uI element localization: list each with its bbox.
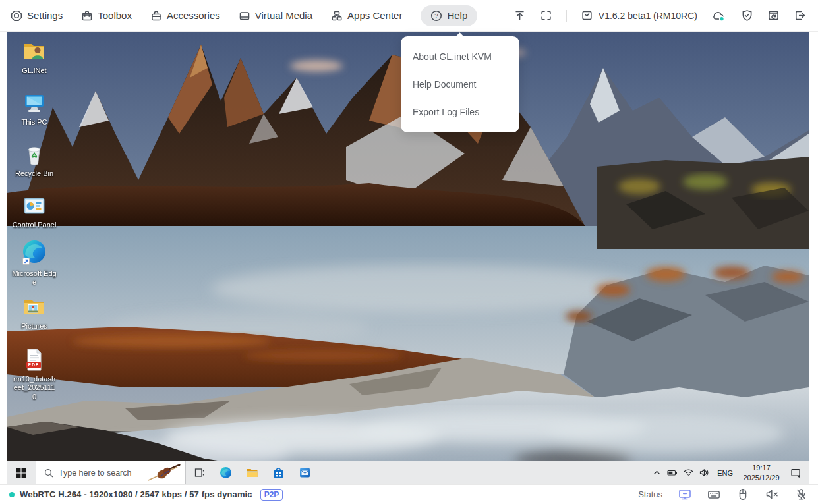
desktop-icon-edge[interactable]: Microsoft Edge xyxy=(11,238,58,287)
system-tray: ENG 19:17 2025/12/29 xyxy=(653,463,809,482)
exit-icon[interactable] xyxy=(794,9,806,22)
wifi-icon[interactable] xyxy=(684,468,693,477)
menu-accessories[interactable]: Accessories xyxy=(150,10,220,22)
restart-window-icon[interactable] xyxy=(767,9,780,22)
menu-item-help-document[interactable]: Help Document xyxy=(401,70,519,98)
menu-label: Apps Center xyxy=(347,10,402,21)
this-pc-icon xyxy=(21,90,47,116)
recycle-bin-icon xyxy=(21,141,47,167)
clock-date: 2025/12/29 xyxy=(741,473,782,482)
menu-item-about[interactable]: About GL.inet KVM xyxy=(401,43,519,70)
menu-bar: Settings Toolbox Accessorie xyxy=(11,5,477,26)
volume-icon[interactable] xyxy=(699,468,709,477)
keyboard-status-icon[interactable] xyxy=(707,488,720,501)
taskbar-file-explorer[interactable] xyxy=(239,461,265,485)
menu-help[interactable]: ? Help xyxy=(421,5,477,26)
kvm-toolbar: Settings Toolbox Accessorie xyxy=(0,0,818,32)
taskbar-search-box[interactable] xyxy=(36,461,186,485)
language-indicator[interactable]: ENG xyxy=(715,469,735,477)
menu-label: Help xyxy=(447,10,467,21)
violin-artwork-icon xyxy=(144,463,183,483)
apps-center-icon xyxy=(331,10,343,22)
menu-label: Accessories xyxy=(167,10,220,21)
help-dropdown-menu: About GL.inet KVM Help Document Export L… xyxy=(401,36,519,132)
desktop-icon-control-panel[interactable]: Control Panel xyxy=(11,192,58,229)
start-button[interactable] xyxy=(7,461,36,485)
fullscreen-icon[interactable] xyxy=(540,9,552,22)
p2p-badge: P2P xyxy=(260,489,283,501)
taskbar-store[interactable] xyxy=(265,461,291,485)
desktop-icon-glinet[interactable]: GL.iNet xyxy=(11,38,58,75)
toolbar-divider xyxy=(566,10,567,22)
menu-label: Toolbox xyxy=(98,10,132,21)
task-view-button[interactable] xyxy=(186,461,212,485)
version-icon xyxy=(581,9,593,22)
microphone-muted-icon[interactable] xyxy=(795,488,807,501)
tray-expand-chevron-icon[interactable] xyxy=(653,468,661,477)
kvm-status-bar: WebRTC H.264 - 1920x1080 / 2547 kbps / 5… xyxy=(0,484,818,504)
menu-settings[interactable]: Settings xyxy=(11,10,63,22)
stream-info-text: WebRTC H.264 - 1920x1080 / 2547 kbps / 5… xyxy=(20,490,252,499)
windows-logo-icon xyxy=(16,468,26,478)
device-status-icons: Status xyxy=(638,488,807,501)
virtual-media-icon xyxy=(239,10,250,22)
search-icon xyxy=(44,468,53,478)
display-status-icon[interactable] xyxy=(678,488,691,501)
desktop-icon-pdf-file[interactable]: PDF rm10_datasheet_20251110 xyxy=(11,347,58,401)
pdf-file-icon: PDF xyxy=(21,347,47,373)
svg-text:?: ? xyxy=(435,12,438,19)
security-check-icon[interactable] xyxy=(741,9,753,22)
menu-item-export-logs[interactable]: Export Log Files xyxy=(401,98,519,126)
status-label: Status xyxy=(638,490,662,499)
accessories-icon xyxy=(150,10,162,22)
control-panel-icon xyxy=(21,192,47,219)
battery-icon[interactable] xyxy=(667,468,678,477)
windows-taskbar: ENG 19:17 2025/12/29 xyxy=(7,461,809,484)
settings-icon xyxy=(11,10,22,22)
mail-icon xyxy=(299,466,311,479)
desktop-icon-this-pc[interactable]: This PC xyxy=(11,90,58,126)
audio-muted-icon[interactable] xyxy=(765,488,779,501)
clock-time: 19:17 xyxy=(741,463,782,472)
desktop-icon-pictures[interactable]: Pictures xyxy=(11,294,58,331)
desktop-icon-recycle-bin[interactable]: Recycle Bin xyxy=(11,141,58,178)
menu-label: Settings xyxy=(27,10,63,21)
task-view-icon xyxy=(194,467,205,478)
mouse-status-icon[interactable] xyxy=(736,488,749,501)
connection-dot-icon xyxy=(9,492,15,497)
edge-icon xyxy=(20,238,49,267)
edge-taskbar-icon xyxy=(219,466,232,479)
cloud-status-icon[interactable] xyxy=(711,9,727,22)
action-center-icon[interactable] xyxy=(788,468,803,478)
version-text: V1.6.2 beta1 (RM10RC) xyxy=(599,11,697,21)
search-input[interactable] xyxy=(59,468,136,478)
menu-label: Virtual Media xyxy=(255,10,312,21)
taskbar-clock[interactable]: 19:17 2025/12/29 xyxy=(741,463,782,482)
microsoft-store-icon xyxy=(272,466,285,479)
toolbar-actions: V1.6.2 beta1 (RM10RC) xyxy=(513,9,806,22)
glinet-folder-icon xyxy=(21,38,47,65)
help-icon: ? xyxy=(430,10,442,22)
menu-virtual-media[interactable]: Virtual Media xyxy=(239,10,312,22)
stream-info: WebRTC H.264 - 1920x1080 / 2547 kbps / 5… xyxy=(9,489,283,501)
menu-toolbox[interactable]: Toolbox xyxy=(81,10,132,22)
menu-apps-center[interactable]: Apps Center xyxy=(331,10,402,22)
firmware-version[interactable]: V1.6.2 beta1 (RM10RC) xyxy=(581,9,697,22)
taskbar-edge[interactable] xyxy=(212,461,239,485)
pictures-folder-icon xyxy=(21,294,47,320)
svg-text:PDF: PDF xyxy=(28,362,40,367)
upload-icon[interactable] xyxy=(513,9,526,22)
file-explorer-icon xyxy=(246,466,258,479)
toolbox-icon xyxy=(81,10,93,22)
taskbar-mail[interactable] xyxy=(291,461,318,485)
